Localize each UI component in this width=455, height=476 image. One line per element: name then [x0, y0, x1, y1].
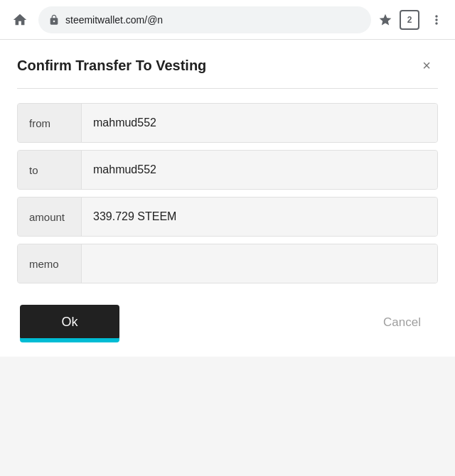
- amount-value: 339.729 STEEM: [82, 198, 437, 236]
- from-value: mahmud552: [82, 104, 437, 142]
- to-value: mahmud552: [82, 151, 437, 189]
- amount-label: amount: [18, 198, 82, 236]
- memo-value: [82, 244, 437, 283]
- confirm-transfer-modal: Confirm Transfer To Vesting × from mahmu…: [0, 40, 455, 357]
- to-label: to: [18, 151, 82, 189]
- secure-icon: [48, 14, 60, 26]
- from-row: from mahmud552: [17, 103, 438, 143]
- from-label: from: [18, 104, 82, 142]
- amount-row: amount 339.729 STEEM: [17, 197, 438, 237]
- modal-overlay: Confirm Transfer To Vesting × from mahmu…: [0, 40, 455, 357]
- close-button[interactable]: ×: [415, 54, 438, 77]
- address-bar[interactable]: steemitwallet.com/@n: [38, 6, 371, 33]
- tab-count-badge[interactable]: 2: [400, 10, 419, 30]
- home-icon[interactable]: [9, 9, 31, 31]
- modal-header: Confirm Transfer To Vesting ×: [17, 54, 438, 77]
- form-rows: from mahmud552 to mahmud552 amount 339.7…: [17, 103, 438, 283]
- cancel-button[interactable]: Cancel: [369, 305, 435, 340]
- ok-button[interactable]: Ok: [20, 305, 119, 340]
- url-text: steemitwallet.com/@n: [65, 14, 361, 26]
- star-icon[interactable]: [378, 13, 392, 27]
- browser-bar: steemitwallet.com/@n 2: [0, 0, 455, 40]
- button-row: Ok Cancel: [17, 305, 438, 340]
- memo-row: memo: [17, 244, 438, 283]
- more-options-icon[interactable]: [427, 10, 446, 30]
- divider: [17, 88, 438, 89]
- to-row: to mahmud552: [17, 150, 438, 190]
- modal-title: Confirm Transfer To Vesting: [17, 58, 206, 74]
- memo-label: memo: [18, 244, 82, 283]
